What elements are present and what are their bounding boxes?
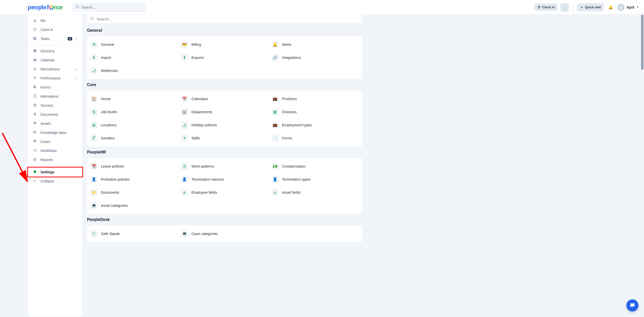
setting-genders[interactable]: ⚥Genders	[89, 133, 179, 144]
section-card: 🏠Home📅Calendars💼Positions⇅Job levels🏢Dep…	[87, 90, 363, 147]
setting-skills[interactable]: ✦Skills	[179, 133, 270, 144]
user-menu[interactable]: ApiX ▼	[617, 4, 639, 11]
sidebar-item-collapse[interactable]: Collapse	[28, 177, 82, 186]
sidebar-item-forms[interactable]: Forms	[28, 83, 82, 92]
scrollbar[interactable]	[640, 15, 644, 317]
sidebar-item-tasks[interactable]: Tasks1▶	[28, 34, 82, 43]
people-icon	[32, 67, 37, 71]
upload-icon: ⬆	[181, 54, 188, 61]
sidebar-item-settings[interactable]: Settings	[27, 167, 83, 177]
svg-point-0	[76, 5, 78, 8]
setting-exports[interactable]: ⬆Exports	[179, 52, 270, 63]
home-icon: 🏠	[90, 95, 97, 102]
setting-compensation[interactable]: 💵Compensation	[270, 161, 360, 172]
section-title-peoplehr: PeopleHR	[87, 150, 363, 154]
sidebar-item-recruitment[interactable]: Recruitment▶	[28, 65, 82, 74]
money-icon: 💵	[271, 163, 278, 170]
grid-icon: ▦	[271, 108, 278, 115]
search-icon	[90, 17, 94, 21]
sidebar-item-label: Performance	[41, 76, 72, 80]
setting-general[interactable]: ⚙General	[89, 39, 179, 50]
sidebar-item-me[interactable]: Me	[28, 16, 82, 25]
clock-in-button[interactable]: ⏱ Clock in	[534, 4, 558, 11]
global-search-input[interactable]	[81, 5, 142, 9]
logo[interactable]: peoplefrce	[5, 4, 62, 11]
sidebar-item-assets[interactable]: Assets	[28, 119, 82, 128]
setting-holiday-policies[interactable]: 🏖Holiday policies	[179, 120, 270, 131]
sidebar-item-label: Clock in	[41, 28, 78, 32]
notifications-button[interactable]: 🔔	[606, 3, 615, 12]
setting-positions[interactable]: 💼Positions	[270, 93, 360, 104]
chevron-right-icon: ▶	[76, 68, 78, 71]
setting-locations[interactable]: 🏛Locations	[89, 120, 179, 131]
chat-icon	[629, 302, 635, 308]
chat-launcher[interactable]	[626, 299, 638, 311]
setting-probation-policies[interactable]: 👤Probation policies	[89, 174, 179, 185]
cal-icon: 📅	[181, 95, 188, 102]
setting-label: Forms	[282, 136, 292, 140]
svg-line-25	[93, 19, 94, 20]
book-icon	[32, 49, 37, 53]
setting-leave-policies[interactable]: 📆Leave policies	[89, 161, 179, 172]
sidebar-item-clock-in[interactable]: Clock in	[28, 25, 82, 34]
setting-billing[interactable]: 💳Billing	[179, 39, 270, 50]
setting-home[interactable]: 🏠Home	[89, 93, 179, 104]
setting-case-categories[interactable]: 💻Case categories	[179, 228, 270, 239]
setting-label: Holiday policies	[191, 123, 217, 127]
quick-add-button[interactable]: ＋ Quick add	[577, 3, 604, 11]
setting-termination-reasons[interactable]: 👤Termination reasons	[179, 174, 270, 185]
setting-departments[interactable]: 🏢Departments	[179, 106, 270, 117]
setting-asset-categories[interactable]: 💻Asset categories	[89, 200, 179, 211]
setting-employment-types[interactable]: 💼Employment types	[270, 120, 360, 131]
sidebar-item-directory[interactable]: Directory	[28, 47, 82, 56]
global-search[interactable]	[72, 3, 145, 12]
settings-search[interactable]	[87, 15, 363, 24]
sidebar-item-calendar[interactable]: Calendar	[28, 56, 82, 65]
setting-label: Webhooks	[101, 69, 118, 73]
sidebar-item-performance[interactable]: Performance▶	[28, 74, 82, 83]
collapse-icon	[32, 179, 37, 183]
setting-asset-fields[interactable]: AAsset fields	[270, 187, 360, 198]
sidebar-item-attendance[interactable]: Attendance	[28, 92, 82, 101]
setting-job-levels[interactable]: ⇅Job levels	[89, 106, 179, 117]
sidebar-item-knowledge-base[interactable]: Knowledge base	[28, 128, 82, 137]
svg-point-5	[34, 19, 35, 20]
sidebar-item-workflows[interactable]: Workflows	[28, 146, 82, 155]
check-icon	[32, 36, 37, 41]
setting-documents[interactable]: 📁Documents	[89, 187, 179, 198]
sidebar-item-cases[interactable]: Cases	[28, 137, 82, 146]
setting-integrations[interactable]: 🔗Integrations	[270, 52, 360, 63]
sidebar-item-reports[interactable]: Reports	[28, 155, 82, 164]
setting-webhooks[interactable]: ⎇Webhooks	[89, 65, 179, 76]
setting-label: Positions	[282, 97, 297, 101]
sidebar-item-surveys[interactable]: Surveys	[28, 101, 82, 110]
app-header: peoplefrce ⏱ Clock in 🕘 ＋ Quick add 🔔 Ap…	[0, 0, 644, 15]
setting-employee-fields[interactable]: AEmployee fields	[179, 187, 270, 198]
heart-icon	[32, 103, 37, 108]
setting-label: Employee fields	[191, 190, 217, 194]
setting-termination-types[interactable]: 👤Termination types	[270, 174, 360, 185]
settings-main: General⚙General💳Billing🔔Alerts⬇Import⬆Ex…	[83, 15, 367, 317]
setting-forms[interactable]: 📄Forms	[270, 133, 360, 144]
setting-label: Departments	[191, 110, 212, 114]
svg-point-20	[33, 150, 34, 151]
setting-work-patterns[interactable]: ☰Work patterns	[179, 161, 270, 172]
setting-label: Safe Speak	[101, 232, 120, 236]
chevron-right-icon: ▶	[76, 77, 78, 80]
header-actions: ⏱ Clock in 🕘 ＋ Quick add 🔔 ApiX ▼	[534, 2, 639, 12]
header-divider	[573, 2, 573, 12]
setting-safe-speak[interactable]: 🛡Safe Speak	[89, 228, 179, 239]
setting-divisions[interactable]: ▦Divisions	[270, 106, 360, 117]
setting-label: Termination reasons	[191, 177, 224, 181]
settings-search-input[interactable]	[97, 17, 359, 21]
setting-alerts[interactable]: 🔔Alerts	[270, 39, 360, 50]
chevron-right-icon: ▶	[76, 37, 78, 40]
sidebar-item-documents[interactable]: Documents	[28, 110, 82, 119]
setting-calendars[interactable]: 📅Calendars	[179, 93, 270, 104]
setting-import[interactable]: ⬇Import	[89, 52, 179, 63]
briefcase2-icon: 💼	[271, 122, 278, 129]
quick-add-label: Quick add	[585, 5, 601, 9]
history-button[interactable]: 🕘	[560, 3, 569, 12]
setting-label: Alerts	[282, 43, 291, 47]
section-title-peopledesk: PeopleDesk	[87, 217, 363, 222]
